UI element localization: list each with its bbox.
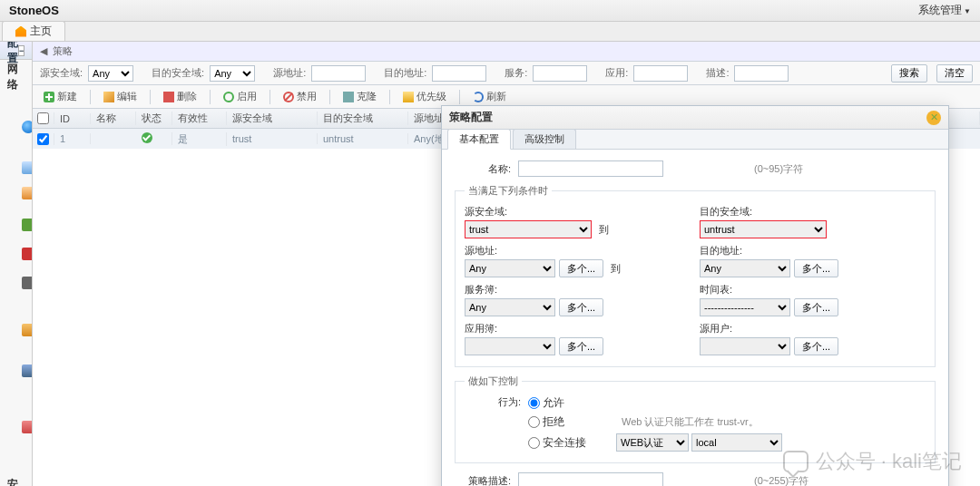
desc-input[interactable] [518, 472, 663, 486]
nav-item-l2tp[interactable]: L2TP VPN [0, 268, 32, 297]
name-label: 名称: [455, 162, 518, 176]
dialog-tab-advanced[interactable]: 高级控制 [513, 129, 576, 149]
web-auth-select[interactable]: WEB认证 [616, 433, 689, 452]
src-zone-label: 源安全域: [465, 205, 691, 219]
filter-search-button[interactable]: 搜索 [891, 64, 927, 83]
web-auth-note: Web 认证只能工作在 trust-vr。 [622, 415, 759, 429]
ipsec-icon [22, 219, 33, 231]
src-user-multi-button[interactable]: 多个... [794, 337, 838, 355]
name-hint: (0~95)字符 [754, 162, 803, 176]
dst-addr-multi-button[interactable]: 多个... [794, 259, 838, 277]
col-dstzone[interactable]: 目的安全域 [318, 112, 408, 125]
service-book-select[interactable]: Any [465, 298, 555, 316]
dst-zone-select[interactable]: untrust [700, 220, 827, 238]
tb-delete[interactable]: 删除 [160, 88, 201, 105]
action-secure[interactable]: 安全连接 WEB认证 local [528, 433, 782, 452]
app-book-label: 应用簿: [465, 322, 691, 335]
filter-src-zone[interactable]: Any [88, 65, 133, 82]
filter-app-label: 应用: [605, 66, 628, 80]
nav-item-netconn[interactable]: 网络连接 [0, 94, 32, 160]
dialog-close-button[interactable]: ✕ [926, 111, 941, 125]
tb-clone[interactable]: 克隆 [339, 88, 380, 105]
userident-icon [22, 324, 33, 336]
filter-src-addr[interactable] [311, 65, 366, 82]
src-zone-select[interactable]: trust [465, 220, 592, 238]
action-label: 行为: [465, 395, 528, 409]
tb-disable[interactable]: 禁用 [279, 88, 320, 105]
dialog-tab-basic[interactable]: 基本配置 [447, 129, 511, 150]
filter-dst-zone[interactable]: Any [210, 65, 255, 82]
control-legend: 做如下控制 [465, 374, 522, 388]
netconn-icon [22, 121, 33, 133]
name-input[interactable] [518, 160, 663, 177]
select-all-checkbox[interactable] [37, 112, 49, 124]
src-addr-multi-button[interactable]: 多个... [559, 259, 603, 277]
app-book-multi-button[interactable]: 多个... [559, 337, 603, 355]
nav-item-ssl[interactable]: SSL VPN [0, 239, 32, 268]
auth-server-select[interactable]: local [691, 433, 782, 452]
timetable-select[interactable]: --------------- [700, 298, 790, 316]
col-state[interactable]: 状态 [136, 112, 172, 125]
filter-dst-addr-label: 目的地址: [384, 66, 426, 80]
check-icon [142, 132, 152, 143]
nav-item-ipsec[interactable]: IPsec VPN [0, 210, 32, 239]
timetable-multi-button[interactable]: 多个... [794, 298, 838, 316]
refresh-icon [473, 92, 484, 102]
nav-item-lb[interactable]: 链路负载均衡 [0, 379, 32, 475]
action-deny[interactable]: 拒绝 Web 认证只能工作在 trust-vr。 [528, 414, 782, 430]
dialog-tabs: 基本配置 高级控制 [442, 130, 948, 150]
filter-service[interactable] [533, 65, 587, 82]
col-id[interactable]: ID [54, 113, 91, 124]
cell-state [136, 132, 172, 145]
nav-item-route[interactable]: 路由 [0, 176, 32, 210]
action-allow[interactable]: 允许 [528, 395, 782, 411]
product-name: StoneOS [9, 4, 59, 17]
tb-priority[interactable]: 优先级 [399, 88, 450, 105]
tb-new[interactable]: 新建 [40, 88, 81, 105]
trash-icon [163, 92, 174, 102]
side-nav: 配置 − 网络网络连接NAT路由IPsec VPNSSL VPNL2TP VPN… [0, 42, 33, 486]
filter-clear-button[interactable]: 清空 [936, 64, 973, 83]
service-book-label: 服务簿: [465, 283, 691, 296]
nav-group-title: 安全 [0, 475, 32, 486]
row-checkbox[interactable] [37, 133, 49, 145]
clone-icon [343, 92, 354, 102]
src-addr-label: 源地址: [465, 244, 691, 258]
tab-home[interactable]: 主页 [2, 21, 65, 41]
dst-addr-select[interactable]: Any [700, 259, 790, 277]
src-user-label: 源用户: [700, 322, 926, 335]
priority-icon [403, 92, 414, 102]
tb-enable[interactable]: 启用 [220, 88, 260, 105]
filter-desc[interactable] [734, 65, 789, 82]
caret-down-icon: ▼ [964, 7, 971, 15]
app-book-select[interactable] [465, 337, 555, 355]
to-label-1: 到 [595, 223, 612, 237]
conditions-legend: 当满足下列条件时 [465, 184, 552, 198]
src-user-select[interactable] [700, 337, 790, 355]
system-menu[interactable]: 系统管理▼ [918, 3, 971, 18]
nav-item-userident[interactable]: 用户识别 [0, 297, 32, 363]
filter-desc-label: 描述: [706, 66, 729, 80]
edit-icon [103, 92, 114, 102]
tb-refresh[interactable]: 刷新 [469, 88, 510, 105]
timetable-label: 时间表: [700, 283, 926, 296]
service-book-multi-button[interactable]: 多个... [559, 298, 603, 316]
breadcrumb-back-icon[interactable]: ◀ [40, 45, 47, 57]
nav-item-nat[interactable]: NAT [0, 160, 32, 176]
filter-dst-zone-label: 目的安全域: [152, 66, 204, 80]
nav-collapse-button[interactable]: − [18, 45, 24, 56]
filter-app[interactable] [633, 65, 688, 82]
nav-item-8021x[interactable]: 802.1X [0, 363, 32, 379]
col-valid[interactable]: 有效性 [172, 112, 227, 125]
nav-header: 配置 − [0, 42, 32, 60]
dialog-header[interactable]: 策略配置 ✕ [442, 106, 948, 130]
route-icon [22, 187, 33, 199]
tb-edit[interactable]: 编辑 [100, 88, 141, 105]
col-name[interactable]: 名称 [91, 112, 136, 125]
cell-dst: untrust [318, 133, 408, 144]
filter-dst-addr[interactable] [432, 65, 486, 82]
col-srczone[interactable]: 源安全域 [227, 112, 318, 125]
disable-icon [283, 92, 294, 102]
breadcrumb-text: 策略 [53, 44, 73, 58]
src-addr-select[interactable]: Any [465, 259, 555, 277]
